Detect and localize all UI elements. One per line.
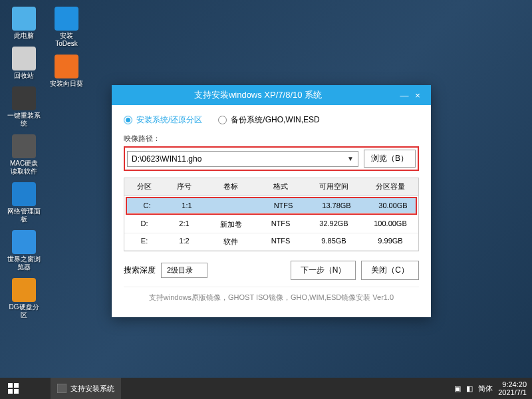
svg-rect-3 [14,389,19,394]
cell [207,198,260,213]
column-header: 格式 [257,178,304,195]
cell: 30.00GB [366,198,420,213]
taskbar-item-installer[interactable]: 支持安装系统 [51,378,121,399]
app-icon [12,7,36,31]
cell: 软件 [204,233,257,250]
cell: NTFS [257,233,304,250]
desktop-icon[interactable]: 安装向日葵 [48,53,85,89]
depth-label: 搜索深度 [124,265,156,276]
cell: C: [127,198,167,213]
close-button[interactable]: × [411,90,424,100]
desktop-icon[interactable]: 安装ToDesk [48,5,85,49]
system-tray: ▣ ◧ 简体 9:24:20 2021/7/1 [454,380,532,396]
icon-label: 网络管理面板 [7,207,41,223]
window-title: 支持安装windows XP/7/8/10 系统 [118,89,398,101]
cell: 1:2 [164,233,204,250]
cell: E: [124,233,164,250]
tray-icon[interactable]: ▣ [454,384,461,393]
app-icon [55,55,78,78]
table-body: C:1:1NTFS13.78GB30.00GBD:2:1新加卷NTFS32.92… [124,197,418,251]
windows-logo-icon [8,383,19,394]
column-header: 卷标 [204,178,257,195]
app-icon [12,278,36,302]
desktop: 此电脑回收站一键重装系统MAC硬盘读取软件网络管理面板世界之窗浏览器DG硬盘分区… [0,0,532,399]
cell: 9.85GB [304,233,364,250]
svg-rect-2 [8,389,13,394]
desktop-icon[interactable]: DG硬盘分区 [5,277,43,321]
cell: D: [124,216,164,233]
installer-window: 支持安装windows XP/7/8/10 系统 — × 安装系统/还原分区 备… [112,85,431,317]
radio-install-restore[interactable]: 安装系统/还原分区 [124,114,202,126]
cell: 13.78GB [307,198,366,213]
desktop-icon[interactable]: 世界之窗浏览器 [5,229,43,273]
desktop-icon[interactable]: 回收站 [5,45,43,81]
table-row[interactable]: C:1:1NTFS13.78GB30.00GB [127,198,416,213]
radio-label: 安装系统/还原分区 [136,114,202,126]
path-label: 映像路径： [124,134,419,144]
desktop-icon[interactable]: MAC硬盘读取软件 [5,133,43,177]
app-icon [12,182,36,206]
depth-select[interactable]: 2级目录 [161,263,207,278]
column-header: 序号 [164,178,204,195]
radio-dot-icon [218,116,227,124]
cell: NTFS [260,198,307,213]
icon-label: 安装向日葵 [50,80,83,88]
desktop-icon[interactable]: 此电脑 [5,5,43,41]
desktop-icon[interactable]: 网络管理面板 [5,181,43,225]
app-icon [12,86,36,110]
footer-text: 支持windows原版镜像，GHOST ISO镜像，GHO,WIM,ESD镜像安… [124,287,419,311]
start-button[interactable] [0,378,27,399]
radio-dot-icon [124,116,132,124]
app-icon [12,134,36,158]
app-icon [55,7,78,31]
close-button-2[interactable]: 关闭（C） [361,261,419,280]
bottom-controls: 搜索深度 2级目录 下一步（N） 关闭（C） [124,261,419,280]
cell: 32.92GB [304,216,364,233]
svg-rect-4 [57,384,66,393]
cell: NTFS [257,216,304,233]
package-icon [57,384,66,393]
icon-label: 此电脑 [14,32,34,40]
radio-backup[interactable]: 备份系统/GHO,WIN,ESD [218,114,319,126]
cell: 9.99GB [364,233,417,250]
table-row[interactable]: E:1:2软件NTFS9.85GB9.99GB [124,233,418,251]
app-icon [12,230,36,254]
browse-button[interactable]: 浏览（B） [364,150,416,168]
clock[interactable]: 9:24:20 2021/7/1 [498,380,527,396]
titlebar[interactable]: 支持安装windows XP/7/8/10 系统 — × [112,85,431,105]
taskbar: 支持安装系统 ▣ ◧ 简体 9:24:20 2021/7/1 [0,378,532,399]
minimize-button[interactable]: — [398,90,411,100]
path-value: D:\0623\WIN11.gho [132,154,201,164]
table-row[interactable]: D:2:1新加卷NTFS32.92GB100.00GB [124,216,418,233]
mode-radio-group: 安装系统/还原分区 备份系统/GHO,WIN,ESD [124,114,419,126]
column-header: 分区容量 [364,178,417,195]
next-button[interactable]: 下一步（N） [291,261,356,280]
tray-icon[interactable]: ◧ [466,384,473,393]
svg-rect-1 [14,383,19,388]
icon-label: DG硬盘分区 [7,303,41,319]
ime-indicator[interactable]: 简体 [478,384,493,394]
chevron-down-icon: ▼ [347,155,354,162]
highlighted-row: C:1:1NTFS13.78GB30.00GB [126,197,417,215]
cell: 2:1 [164,216,204,233]
column-header: 可用空间 [304,178,364,195]
svg-rect-0 [8,383,13,388]
desktop-icons-column-1: 此电脑回收站一键重装系统MAC硬盘读取软件网络管理面板世界之窗浏览器DG硬盘分区 [5,5,43,321]
cell: 100.00GB [364,216,417,233]
table-header: 分区序号卷标格式可用空间分区容量 [124,178,418,196]
cell: 新加卷 [204,216,257,233]
image-path-dropdown[interactable]: D:\0623\WIN11.gho ▼ [127,151,358,167]
partition-table: 分区序号卷标格式可用空间分区容量 C:1:1NTFS13.78GB30.00GB… [124,178,419,251]
radio-label: 备份系统/GHO,WIN,ESD [231,114,319,126]
app-icon [12,47,36,70]
icon-label: 安装ToDesk [49,32,84,48]
column-header: 分区 [124,178,164,195]
icon-label: 一键重装系统 [7,112,41,128]
window-body: 安装系统/还原分区 备份系统/GHO,WIN,ESD 映像路径： D:\0623… [112,105,431,317]
icon-label: 回收站 [14,72,34,80]
desktop-icons-column-2: 安装ToDesk安装向日葵 [48,5,85,89]
icon-label: MAC硬盘读取软件 [7,160,41,176]
desktop-icon[interactable]: 一键重装系统 [5,85,43,129]
cell: 1:1 [167,198,207,213]
icon-label: 世界之窗浏览器 [7,255,41,271]
